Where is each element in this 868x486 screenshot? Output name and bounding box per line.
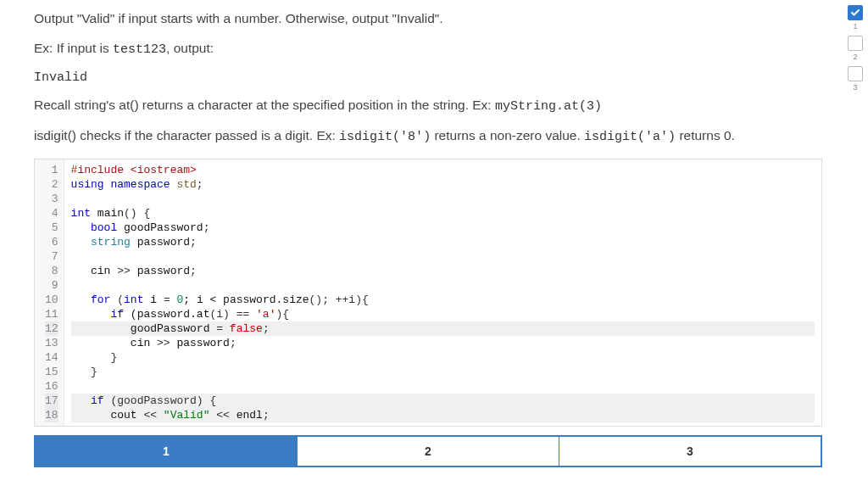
line-number: 4 [45, 206, 58, 221]
code-line[interactable] [71, 379, 815, 394]
code-area: 123456789101112131415161718 #include <io… [35, 159, 821, 426]
code-line[interactable]: using namespace std; [71, 177, 815, 192]
line-number: 14 [45, 350, 58, 365]
code-line[interactable]: string password; [71, 235, 815, 249]
pager-button-3[interactable]: 3 [559, 437, 821, 466]
isdigit-example2-code: isdigit('a') [584, 130, 676, 144]
at-example-code: myString.at(3) [495, 99, 602, 114]
instruction-line-4: isdigit() checks if the character passed… [34, 127, 793, 146]
isdigit-example1-code: isdigit('8') [339, 130, 431, 144]
line-number: 1 [45, 163, 58, 177]
line-number: 17 [45, 394, 58, 408]
line-number: 10 [45, 293, 58, 307]
progress-number: 1 [853, 22, 857, 31]
instruction-text: Ex: If input is [34, 41, 113, 55]
code-line[interactable]: } [71, 365, 815, 379]
code-line[interactable] [71, 278, 815, 293]
instructions: Output "Valid" if input starts with a nu… [34, 10, 793, 147]
code-column[interactable]: #include <iostream>using namespace std;i… [64, 159, 821, 426]
line-number: 7 [45, 249, 58, 264]
line-number: 6 [45, 235, 58, 249]
line-number: 15 [45, 365, 58, 379]
line-number: 2 [45, 177, 58, 192]
line-number: 18 [45, 408, 58, 422]
line-number: 11 [45, 307, 58, 321]
main-content: Output "Valid" if input starts with a nu… [0, 0, 826, 467]
code-line[interactable]: int main() { [71, 206, 815, 221]
progress-number: 2 [853, 53, 857, 61]
instruction-text: returns 0. [676, 128, 735, 142]
example-output: Invalid [34, 70, 793, 85]
progress-box-3[interactable] [848, 66, 863, 81]
code-line[interactable]: cout << "Valid" << endl; [71, 408, 815, 422]
code-line[interactable]: if (goodPassword) { [71, 394, 815, 408]
line-number: 9 [45, 278, 58, 293]
instruction-line-1: Output "Valid" if input starts with a nu… [34, 10, 793, 28]
code-line[interactable]: } [71, 350, 815, 365]
line-number: 13 [45, 336, 58, 350]
instruction-text: returns a non-zero value. [431, 128, 584, 142]
instruction-text: , output: [166, 41, 214, 55]
test-case-pager: 123 [34, 435, 822, 467]
code-editor[interactable]: 123456789101112131415161718 #include <io… [34, 159, 822, 427]
instruction-text: Recall string's at() returns a character… [34, 98, 495, 112]
code-line[interactable]: cin >> password; [71, 336, 815, 350]
instruction-line-3: Recall string's at() returns a character… [34, 97, 793, 115]
check-icon [850, 8, 860, 18]
code-line[interactable]: bool goodPassword; [71, 221, 815, 235]
line-number: 3 [45, 192, 58, 206]
line-number-gutter: 123456789101112131415161718 [35, 159, 64, 426]
line-number: 5 [45, 221, 58, 235]
progress-number: 3 [853, 83, 857, 92]
code-line[interactable]: for (int i = 0; i < password.size(); ++i… [71, 293, 815, 307]
code-line[interactable]: if (password.at(i) == 'a'){ [71, 307, 815, 321]
code-line[interactable]: cin >> password; [71, 264, 815, 278]
example-input-code: test123 [113, 42, 166, 57]
code-line[interactable]: #include <iostream> [71, 163, 815, 177]
instruction-line-2: Ex: If input is test123, output: [34, 40, 793, 59]
code-line[interactable]: goodPassword = false; [71, 321, 815, 336]
line-number: 16 [45, 379, 58, 394]
instruction-text: isdigit() checks if the character passed… [34, 128, 339, 142]
line-number: 8 [45, 264, 58, 278]
code-line[interactable] [71, 192, 815, 206]
pager-button-2[interactable]: 2 [298, 437, 559, 466]
pager-button-1[interactable]: 1 [36, 437, 298, 466]
code-line[interactable] [71, 249, 815, 264]
progress-rail: 123 [848, 5, 863, 95]
progress-box-2[interactable] [848, 36, 863, 51]
line-number: 12 [45, 321, 58, 336]
progress-box-1[interactable] [848, 5, 863, 20]
